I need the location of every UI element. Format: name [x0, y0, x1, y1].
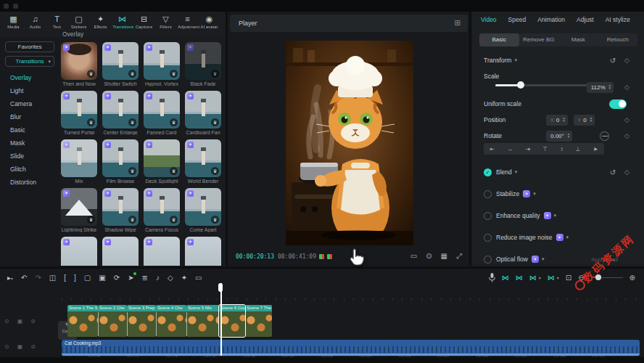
tab-audio[interactable]: ♫Audio	[25, 14, 46, 30]
lock-track-icon[interactable]: ▣	[17, 343, 23, 350]
subtab-retouch[interactable]: Retouch	[598, 33, 638, 46]
tab-captions[interactable]: ⊟Captions	[133, 14, 154, 30]
timeline-clip[interactable]: Scene 1 The S	[67, 305, 98, 337]
keyframe-tool-icon[interactable]: ◇	[168, 274, 173, 282]
sidebar-item-slide[interactable]: Slide	[0, 150, 59, 163]
in-out-marker-icon[interactable]	[319, 254, 324, 259]
blend-section[interactable]: ✓ Blend ▾ ↺◇	[484, 166, 640, 179]
scale-slider[interactable]	[495, 81, 593, 89]
lock-track-icon[interactable]: ▣	[17, 318, 23, 325]
align-top-icon[interactable]: ⊤	[542, 146, 548, 152]
delete-icon[interactable]: ▢	[84, 274, 91, 282]
timeline-clip[interactable]: Scene 5 Mix	[186, 305, 219, 337]
position-x-box[interactable]: X0▲▼	[546, 115, 568, 126]
select-tool-icon[interactable]: ▸▾	[7, 274, 13, 282]
trim-left-icon[interactable]: [	[64, 274, 66, 282]
stepper-icon[interactable]: ▲▼	[567, 133, 570, 139]
transitions-dropdown[interactable]: Transitions▾	[5, 56, 54, 67]
timeline-clip[interactable]: Scene 2 Che	[98, 305, 127, 337]
sidebar-item-camera[interactable]: Camera	[0, 97, 59, 110]
keyframe-icon[interactable]: ◇	[624, 132, 629, 139]
layers-icon[interactable]: ≣	[142, 274, 148, 282]
undo-icon[interactable]: ↶	[21, 274, 27, 282]
preview-axis-icon[interactable]: ⋈	[548, 274, 555, 282]
transition-card[interactable]: ✦♛Turned Portal	[61, 91, 97, 135]
speaker-icon[interactable]: ♪	[156, 274, 160, 282]
mute-track-icon[interactable]: ⊘	[30, 318, 36, 325]
hide-track-icon[interactable]: ⊙	[4, 318, 9, 325]
video-preview[interactable]	[286, 41, 413, 245]
transform-section-header[interactable]: Transform ▾ ↺◇	[484, 54, 640, 67]
timeline-clip[interactable]: Scene 4 Cho	[156, 305, 186, 337]
tab-video[interactable]: Video	[481, 16, 497, 23]
tab-speed[interactable]: Speed	[508, 16, 527, 23]
reset-icon[interactable]: ↺	[610, 168, 616, 176]
transition-card[interactable]: ✦♛Come Apart	[185, 188, 221, 232]
optical-flow-checkbox[interactable]	[484, 256, 492, 264]
window-menu-icon[interactable]	[4, 4, 9, 9]
playhead[interactable]	[220, 283, 222, 356]
adapt-screen-icon[interactable]: ⊡	[566, 274, 571, 282]
ratio-icon[interactable]: ▭	[410, 252, 417, 261]
tab-effects[interactable]: ✦Effects	[90, 14, 111, 30]
transition-card[interactable]: ✦♛Shutter Switch	[102, 42, 139, 86]
keyframe-icon[interactable]: ◇	[624, 57, 629, 64]
rotate-dial[interactable]	[600, 131, 609, 141]
mute-track-icon[interactable]: ⊘	[30, 343, 36, 350]
tab-ai-avatar[interactable]: ◉AI avatar	[199, 14, 220, 30]
split-icon[interactable]: ◫	[49, 274, 56, 282]
transition-card[interactable]: ✦♛Film Browse	[102, 139, 139, 184]
transition-card[interactable]: ✦♛Lightning Strike	[61, 188, 97, 232]
crop-icon[interactable]: ▣	[99, 274, 105, 282]
tab-transitions[interactable]: ⋈Transitions	[112, 14, 133, 30]
sidebar-item-blur[interactable]: Blur	[0, 110, 59, 123]
transition-card[interactable]: ✦Mix	[61, 139, 97, 184]
in-out-marker-icon[interactable]	[327, 254, 332, 259]
favorites-button[interactable]: Favorites	[5, 41, 54, 52]
align-bottom-icon[interactable]: ⊥	[576, 146, 581, 152]
timeline-ruler[interactable]	[62, 286, 644, 301]
align-center-h-icon[interactable]: ↔	[507, 146, 513, 152]
noise-checkbox[interactable]	[484, 234, 492, 242]
position-y-box[interactable]: Y0▲▼	[574, 115, 595, 126]
stepper-icon[interactable]: ▲▼	[590, 117, 593, 123]
keyframe-icon[interactable]: ◇	[624, 116, 629, 123]
sidebar-item-glitch[interactable]: Glitch	[0, 163, 59, 176]
subtab-mask[interactable]: Mask	[558, 33, 598, 46]
transition-card[interactable]: ✦♛Hypnot. Vortex	[144, 42, 180, 86]
keyframe-icon[interactable]: ◇	[624, 83, 629, 91]
transition-card[interactable]: ✦	[144, 237, 180, 266]
transition-card[interactable]: ✦♛Then and Now	[61, 42, 97, 86]
subtab-basic[interactable]: Basic	[479, 33, 519, 46]
sidebar-item-light[interactable]: Light	[0, 84, 59, 97]
stepper-icon[interactable]: ▲▼	[562, 117, 565, 123]
tab-adjustment[interactable]: ≡Adjustment	[177, 14, 198, 30]
transition-card[interactable]: ✦♛Black Fade	[185, 42, 221, 86]
reset-icon[interactable]: ↺	[610, 57, 616, 65]
zoom-in-icon[interactable]: ⊕	[629, 274, 635, 282]
redo-icon[interactable]: ↷	[35, 274, 41, 282]
keyframe-icon[interactable]: ◇	[624, 168, 629, 176]
transition-card[interactable]: ✦♛Center Enlarge	[102, 91, 139, 135]
tab-ai-stylize[interactable]: AI stylize	[606, 16, 630, 23]
timeline-clip[interactable]: Scene 3 Prep	[127, 305, 156, 337]
transition-card[interactable]: ✦♛Fanned Card	[144, 91, 180, 135]
align-left-icon[interactable]: ⇤	[490, 146, 495, 152]
mic-icon[interactable]	[489, 273, 495, 282]
audio-clip[interactable]: Cat Cooking.mp3	[62, 340, 640, 356]
tab-filters[interactable]: ▽Filters	[155, 14, 176, 30]
transition-card[interactable]: ✦	[61, 237, 97, 266]
transition-card[interactable]: ✦♛Camera Focus	[144, 188, 180, 232]
trim-right-icon[interactable]: ]	[74, 274, 76, 282]
stabilize-checkbox[interactable]	[484, 190, 492, 198]
detach-player-icon[interactable]: ⊞	[455, 19, 461, 27]
magic-select-icon[interactable]: ➤	[128, 274, 133, 282]
transition-card[interactable]: ✦♛World Bender	[185, 139, 221, 184]
tab-stickers[interactable]: ▢Stickers	[68, 14, 89, 30]
timeline-clip[interactable]: Scene 7 The	[245, 305, 272, 337]
loop-icon[interactable]: ⟳	[114, 274, 120, 282]
rotate-value-box[interactable]: 0.00°▲▼	[546, 131, 572, 142]
transition-marker[interactable]	[98, 312, 99, 336]
align-middle-v-icon[interactable]: ↕	[560, 146, 563, 152]
transition-card[interactable]: ✦♛Deck Spotlight	[144, 139, 180, 184]
